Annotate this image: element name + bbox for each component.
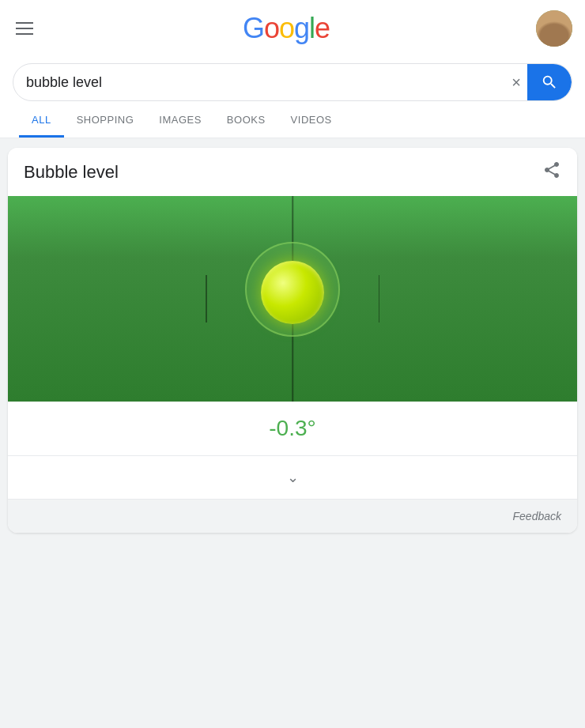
- logo-g1: G: [243, 14, 264, 43]
- search-bar-container: × ALL SHOPPING IMAGES BOOKS VIDEOS: [0, 57, 585, 138]
- bubble-level-card: Bubble level -0.3° ⌄ Feedback: [8, 148, 577, 533]
- search-tabs: ALL SHOPPING IMAGES BOOKS VIDEOS: [13, 104, 572, 138]
- expand-row[interactable]: ⌄: [8, 456, 577, 500]
- search-bar: ×: [13, 63, 572, 101]
- card-title: Bubble level: [24, 162, 119, 183]
- main-content: Bubble level -0.3° ⌄ Feedback: [0, 138, 585, 542]
- share-button[interactable]: [542, 160, 561, 183]
- menu-button[interactable]: [13, 19, 36, 38]
- tick-left: [206, 275, 207, 323]
- feedback-row: Feedback: [8, 500, 577, 533]
- header: G o o g l e: [0, 0, 585, 57]
- google-logo: G o o g l e: [243, 14, 330, 43]
- search-icon: [541, 74, 558, 91]
- clear-search-button[interactable]: ×: [505, 70, 527, 95]
- logo-g2: g: [294, 14, 309, 43]
- search-input-wrapper: [13, 74, 505, 91]
- feedback-link[interactable]: Feedback: [513, 510, 561, 522]
- tick-right: [379, 275, 380, 323]
- logo-o1: o: [264, 14, 279, 43]
- tab-images[interactable]: IMAGES: [146, 104, 214, 138]
- bubble-level-display[interactable]: [8, 196, 577, 402]
- angle-value: -0.3°: [269, 416, 315, 440]
- tab-books[interactable]: BOOKS: [214, 104, 278, 138]
- share-icon: [542, 160, 561, 179]
- search-button[interactable]: [527, 63, 572, 101]
- tab-all[interactable]: ALL: [19, 104, 64, 138]
- angle-display: -0.3°: [8, 402, 577, 456]
- bubble: [261, 261, 324, 324]
- logo-e: e: [315, 14, 330, 43]
- card-header: Bubble level: [8, 148, 577, 196]
- logo-l: l: [309, 14, 315, 43]
- logo-o2: o: [279, 14, 294, 43]
- avatar-image: [536, 10, 572, 47]
- search-input[interactable]: [26, 74, 493, 91]
- tab-videos[interactable]: VIDEOS: [278, 104, 345, 138]
- avatar[interactable]: [536, 10, 572, 47]
- chevron-down-icon: ⌄: [287, 470, 299, 485]
- tab-shopping[interactable]: SHOPPING: [64, 104, 147, 138]
